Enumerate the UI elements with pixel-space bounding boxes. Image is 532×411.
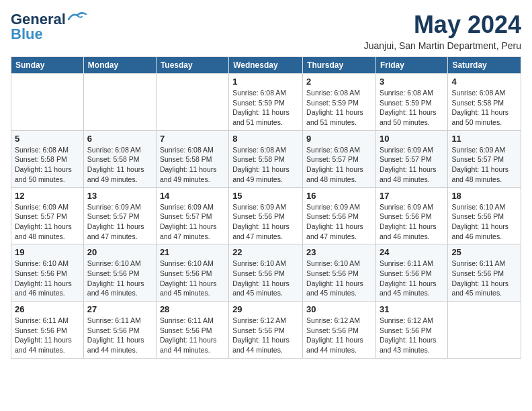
day-info: Sunrise: 6:12 AMSunset: 5:56 PMDaylight:… — [306, 316, 372, 355]
day-number: 9 — [306, 134, 372, 144]
calendar-cell: 17Sunrise: 6:09 AMSunset: 5:56 PMDayligh… — [375, 187, 447, 244]
day-number: 24 — [380, 247, 444, 257]
day-info: Sunrise: 6:08 AMSunset: 5:58 PMDaylight:… — [87, 145, 152, 185]
day-number: 3 — [380, 77, 444, 87]
day-info: Sunrise: 6:10 AMSunset: 5:56 PMDaylight:… — [15, 259, 80, 298]
calendar-week-row: 26Sunrise: 6:11 AMSunset: 5:56 PMDayligh… — [11, 302, 521, 359]
calendar-cell: 27Sunrise: 6:11 AMSunset: 5:56 PMDayligh… — [83, 302, 156, 359]
title-area: May 2024 Juanjui, San Martin Department,… — [364, 11, 521, 51]
calendar-table: SundayMondayTuesdayWednesdayThursdayFrid… — [11, 56, 521, 359]
calendar-cell: 18Sunrise: 6:10 AMSunset: 5:56 PMDayligh… — [448, 187, 521, 244]
day-info: Sunrise: 6:10 AMSunset: 5:56 PMDaylight:… — [87, 259, 152, 298]
weekday-header-sunday: Sunday — [11, 57, 84, 74]
calendar-cell — [448, 302, 521, 359]
day-number: 31 — [380, 304, 444, 314]
calendar-cell: 4Sunrise: 6:08 AMSunset: 5:58 PMDaylight… — [448, 74, 521, 131]
day-info: Sunrise: 6:08 AMSunset: 5:57 PMDaylight:… — [306, 145, 372, 185]
day-info: Sunrise: 6:12 AMSunset: 5:56 PMDaylight:… — [232, 316, 299, 355]
page-header: General Blue May 2024 Juanjui, San Marti… — [11, 11, 521, 51]
calendar-cell: 14Sunrise: 6:09 AMSunset: 5:57 PMDayligh… — [156, 187, 228, 244]
day-info: Sunrise: 6:10 AMSunset: 5:56 PMDaylight:… — [306, 259, 372, 298]
day-number: 12 — [15, 191, 80, 201]
day-number: 7 — [160, 134, 225, 144]
day-info: Sunrise: 6:11 AMSunset: 5:56 PMDaylight:… — [15, 316, 80, 355]
weekday-header-wednesday: Wednesday — [229, 57, 303, 74]
calendar-cell: 26Sunrise: 6:11 AMSunset: 5:56 PMDayligh… — [11, 302, 84, 359]
day-number: 10 — [380, 134, 444, 144]
calendar-cell: 21Sunrise: 6:10 AMSunset: 5:56 PMDayligh… — [156, 244, 228, 302]
weekday-header-friday: Friday — [375, 57, 447, 74]
day-number: 22 — [232, 247, 299, 257]
day-number: 23 — [306, 247, 372, 257]
day-info: Sunrise: 6:08 AMSunset: 5:59 PMDaylight:… — [380, 88, 444, 128]
calendar-cell: 13Sunrise: 6:09 AMSunset: 5:57 PMDayligh… — [83, 187, 156, 244]
calendar-cell: 16Sunrise: 6:09 AMSunset: 5:56 PMDayligh… — [303, 187, 376, 244]
day-info: Sunrise: 6:11 AMSunset: 5:56 PMDaylight:… — [160, 316, 225, 355]
day-number: 14 — [160, 191, 225, 201]
day-number: 13 — [87, 191, 152, 201]
day-number: 28 — [160, 304, 225, 314]
calendar-cell: 19Sunrise: 6:10 AMSunset: 5:56 PMDayligh… — [11, 244, 84, 302]
day-number: 8 — [232, 134, 299, 144]
day-number: 21 — [160, 247, 225, 257]
day-number: 17 — [380, 191, 444, 201]
calendar-cell: 11Sunrise: 6:09 AMSunset: 5:57 PMDayligh… — [448, 130, 521, 187]
day-info: Sunrise: 6:11 AMSunset: 5:56 PMDaylight:… — [380, 259, 444, 298]
day-info: Sunrise: 6:08 AMSunset: 5:58 PMDaylight:… — [232, 145, 299, 185]
calendar-cell: 15Sunrise: 6:09 AMSunset: 5:56 PMDayligh… — [229, 187, 303, 244]
day-info: Sunrise: 6:09 AMSunset: 5:56 PMDaylight:… — [232, 202, 299, 242]
calendar-week-row: 1Sunrise: 6:08 AMSunset: 5:59 PMDaylight… — [11, 74, 521, 131]
calendar-cell: 30Sunrise: 6:12 AMSunset: 5:56 PMDayligh… — [303, 302, 376, 359]
calendar-cell: 8Sunrise: 6:08 AMSunset: 5:58 PMDaylight… — [229, 130, 303, 187]
day-info: Sunrise: 6:08 AMSunset: 5:59 PMDaylight:… — [306, 88, 372, 128]
calendar-cell: 5Sunrise: 6:08 AMSunset: 5:58 PMDaylight… — [11, 130, 84, 187]
weekday-header-thursday: Thursday — [303, 57, 376, 74]
calendar-week-row: 12Sunrise: 6:09 AMSunset: 5:57 PMDayligh… — [11, 187, 521, 244]
day-info: Sunrise: 6:11 AMSunset: 5:56 PMDaylight:… — [451, 259, 517, 298]
calendar-cell: 2Sunrise: 6:08 AMSunset: 5:59 PMDaylight… — [303, 74, 376, 131]
day-info: Sunrise: 6:08 AMSunset: 5:58 PMDaylight:… — [160, 145, 225, 185]
calendar-cell: 20Sunrise: 6:10 AMSunset: 5:56 PMDayligh… — [83, 244, 156, 302]
calendar-cell: 31Sunrise: 6:12 AMSunset: 5:56 PMDayligh… — [375, 302, 447, 359]
location-subtitle: Juanjui, San Martin Department, Peru — [364, 40, 521, 51]
calendar-cell: 10Sunrise: 6:09 AMSunset: 5:57 PMDayligh… — [375, 130, 447, 187]
calendar-week-row: 19Sunrise: 6:10 AMSunset: 5:56 PMDayligh… — [11, 244, 521, 302]
day-number: 18 — [451, 191, 517, 201]
day-number: 26 — [15, 304, 80, 314]
day-number: 20 — [87, 247, 152, 257]
logo: General Blue — [11, 11, 87, 43]
calendar-cell — [156, 74, 228, 131]
calendar-cell: 23Sunrise: 6:10 AMSunset: 5:56 PMDayligh… — [303, 244, 376, 302]
calendar-cell: 3Sunrise: 6:08 AMSunset: 5:59 PMDaylight… — [375, 74, 447, 131]
day-number: 19 — [15, 247, 80, 257]
day-number: 11 — [451, 134, 517, 144]
calendar-cell: 6Sunrise: 6:08 AMSunset: 5:58 PMDaylight… — [83, 130, 156, 187]
day-number: 27 — [87, 304, 152, 314]
weekday-header-monday: Monday — [83, 57, 156, 74]
day-number: 16 — [306, 191, 372, 201]
day-info: Sunrise: 6:11 AMSunset: 5:56 PMDaylight:… — [87, 316, 152, 355]
calendar-cell: 29Sunrise: 6:12 AMSunset: 5:56 PMDayligh… — [229, 302, 303, 359]
day-info: Sunrise: 6:10 AMSunset: 5:56 PMDaylight:… — [451, 202, 517, 242]
calendar-cell — [83, 74, 156, 131]
calendar-cell: 7Sunrise: 6:08 AMSunset: 5:58 PMDaylight… — [156, 130, 228, 187]
day-number: 29 — [232, 304, 299, 314]
day-number: 2 — [306, 77, 372, 87]
day-number: 5 — [15, 134, 80, 144]
calendar-week-row: 5Sunrise: 6:08 AMSunset: 5:58 PMDaylight… — [11, 130, 521, 187]
month-title: May 2024 — [364, 11, 521, 39]
calendar-cell: 12Sunrise: 6:09 AMSunset: 5:57 PMDayligh… — [11, 187, 84, 244]
day-number: 30 — [306, 304, 372, 314]
day-info: Sunrise: 6:09 AMSunset: 5:57 PMDaylight:… — [160, 202, 225, 242]
day-info: Sunrise: 6:08 AMSunset: 5:59 PMDaylight:… — [232, 88, 299, 128]
day-number: 25 — [451, 247, 517, 257]
logo-bird-icon — [67, 10, 87, 25]
calendar-cell: 1Sunrise: 6:08 AMSunset: 5:59 PMDaylight… — [229, 74, 303, 131]
day-number: 6 — [87, 134, 152, 144]
day-info: Sunrise: 6:09 AMSunset: 5:57 PMDaylight:… — [87, 202, 152, 242]
calendar-cell: 28Sunrise: 6:11 AMSunset: 5:56 PMDayligh… — [156, 302, 228, 359]
day-info: Sunrise: 6:09 AMSunset: 5:57 PMDaylight:… — [380, 145, 444, 185]
day-info: Sunrise: 6:08 AMSunset: 5:58 PMDaylight:… — [15, 145, 80, 185]
weekday-header-tuesday: Tuesday — [156, 57, 228, 74]
day-info: Sunrise: 6:10 AMSunset: 5:56 PMDaylight:… — [232, 259, 299, 298]
